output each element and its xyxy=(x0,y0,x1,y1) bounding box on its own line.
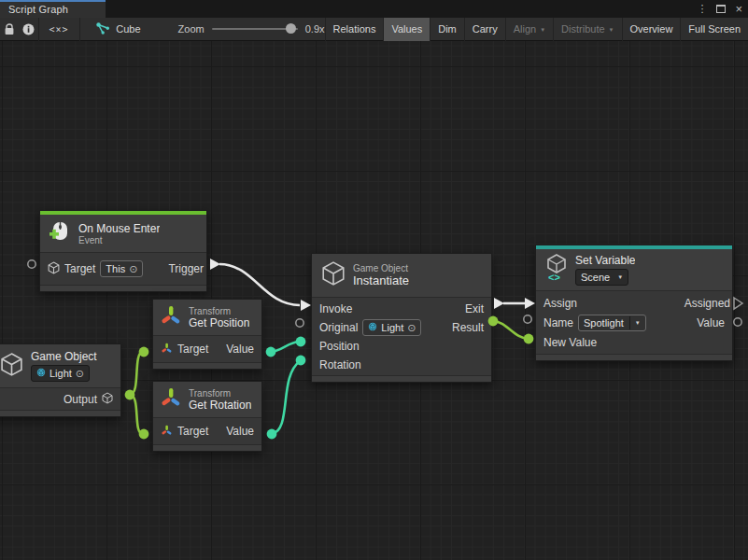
node-footer xyxy=(153,362,261,369)
node-title: Game Object xyxy=(31,350,97,363)
fullscreen-button[interactable]: Full Screen xyxy=(680,18,748,41)
node-title: Get Rotation xyxy=(189,399,251,412)
node-title: On Mouse Enter xyxy=(78,222,160,235)
transform-icon xyxy=(161,304,181,330)
unity-object-icon xyxy=(36,367,46,380)
target-value-field[interactable]: This ⊙ xyxy=(100,260,143,277)
node-title: Get Position xyxy=(189,316,249,329)
node-get-rotation[interactable]: Transform Get Rotation Target Value xyxy=(152,381,262,452)
position-port-label: Position xyxy=(319,340,360,353)
title-bar: Script Graph ⋮ × xyxy=(0,0,748,18)
target-port-label: Target xyxy=(177,343,208,356)
assign-port-label: Assign xyxy=(543,297,577,310)
zoom-label: Zoom xyxy=(178,23,205,35)
zoom-value: 0.9x xyxy=(305,23,325,35)
value-port-label: Value xyxy=(697,316,725,329)
script-graph-window: Script Graph ⋮ × <×> Cube Zoom xyxy=(0,0,748,560)
cube-icon xyxy=(0,352,23,381)
node-category: Transform xyxy=(189,388,251,399)
node-footer xyxy=(536,354,732,360)
cube-icon xyxy=(102,392,113,407)
info-icon[interactable] xyxy=(19,18,37,41)
node-category: Game Object xyxy=(353,263,409,273)
node-set-variable[interactable]: <> Set Variable Scene ▼ Assign Assigned … xyxy=(535,245,733,361)
graph-toolbar: <×> Cube Zoom 0.9x Relations Values Dim … xyxy=(0,18,748,41)
carry-button[interactable]: Carry xyxy=(464,18,505,41)
relations-button[interactable]: Relations xyxy=(325,18,384,41)
graph-owner-label: Cube xyxy=(116,23,140,35)
node-on-mouse-enter[interactable]: On Mouse Enter Event Target This ⊙ Trigg… xyxy=(39,210,207,292)
zoom-slider-handle[interactable] xyxy=(286,23,296,34)
object-field[interactable]: Light ⊙ xyxy=(31,365,90,382)
zoom-slider[interactable] xyxy=(212,28,298,30)
lock-icon[interactable] xyxy=(0,18,19,41)
node-game-object-literal[interactable]: Game Object Light ⊙ Output xyxy=(0,343,121,417)
original-port-label: Original xyxy=(319,321,358,334)
rotation-port-label: Rotation xyxy=(319,358,361,371)
node-subtitle: Event xyxy=(78,235,160,245)
values-button[interactable]: Values xyxy=(383,18,430,41)
window-maximize-icon[interactable] xyxy=(716,5,726,13)
object-picker-icon[interactable]: ⊙ xyxy=(129,262,137,275)
original-object-field[interactable]: Light ⊙ xyxy=(362,319,421,336)
invoke-port-label: Invoke xyxy=(319,302,352,315)
object-picker-icon[interactable]: ⊙ xyxy=(407,321,416,334)
object-picker-icon[interactable]: ⊙ xyxy=(76,367,84,380)
variable-name-dropdown[interactable]: Spotlight ▼ xyxy=(578,315,646,331)
transform-icon xyxy=(161,386,181,413)
target-port-label: Target xyxy=(64,262,95,275)
unity-object-icon xyxy=(368,321,377,334)
chevron-down-icon: ▼ xyxy=(629,316,641,329)
window-close-icon[interactable]: × xyxy=(735,5,742,14)
dim-button[interactable]: Dim xyxy=(430,18,464,41)
new-value-port-label: New Value xyxy=(543,336,597,349)
node-category: Transform xyxy=(189,306,249,316)
transform-icon xyxy=(161,342,173,357)
chevron-down-icon: ▼ xyxy=(615,271,623,284)
output-port-label: Output xyxy=(64,393,97,406)
cube-icon xyxy=(321,260,346,290)
graph-owner[interactable]: Cube xyxy=(96,22,140,36)
transform-icon xyxy=(161,424,173,440)
node-get-position[interactable]: Transform Get Position Target Value xyxy=(152,299,262,370)
assigned-port-label: Assigned xyxy=(684,297,730,310)
graph-network-icon xyxy=(96,22,110,36)
exit-port-label: Exit xyxy=(465,302,484,315)
node-footer xyxy=(0,410,120,416)
chevron-down-icon: ▼ xyxy=(609,27,614,33)
node-title: Instantiate xyxy=(353,273,409,287)
node-footer xyxy=(153,444,261,451)
mouse-enter-icon xyxy=(49,219,71,247)
node-instantiate[interactable]: Game Object Instantiate Invoke Exit Orig… xyxy=(311,253,492,383)
node-footer xyxy=(312,375,491,382)
name-port-label: Name xyxy=(543,316,573,329)
code-view-icon[interactable]: <×> xyxy=(38,18,78,41)
target-port-label: Target xyxy=(177,425,208,438)
cube-icon xyxy=(48,261,60,277)
variable-scope-dropdown[interactable]: Scene ▼ xyxy=(575,269,628,286)
value-port-label: Value xyxy=(226,425,254,438)
value-port-label: Value xyxy=(226,343,254,356)
tab-script-graph[interactable]: Script Graph xyxy=(0,0,106,18)
chevron-down-icon: ▼ xyxy=(540,27,545,33)
align-dropdown[interactable]: Align▼ xyxy=(505,18,553,41)
variable-icon: <> xyxy=(545,254,568,286)
svg-text:<>: <> xyxy=(548,272,560,282)
overview-button[interactable]: Overview xyxy=(622,18,681,41)
node-footer xyxy=(40,285,206,291)
window-menu-icon[interactable]: ⋮ xyxy=(697,3,707,15)
result-port-label: Result xyxy=(452,321,484,334)
distribute-dropdown[interactable]: Distribute▼ xyxy=(553,18,621,41)
node-title: Set Variable xyxy=(575,254,635,267)
trigger-port-label: Trigger xyxy=(168,262,204,275)
